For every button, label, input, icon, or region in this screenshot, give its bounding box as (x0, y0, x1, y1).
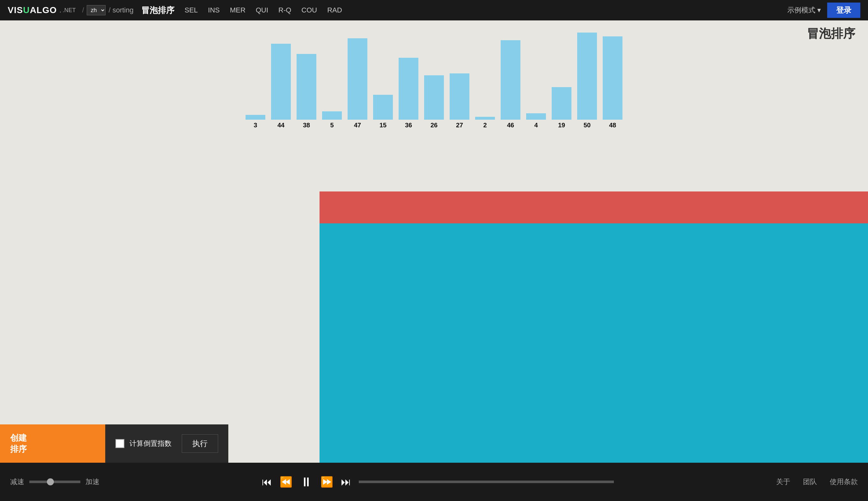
bar-value-label: 38 (303, 121, 310, 129)
bar-group: 38 (294, 54, 319, 129)
bar-value-label: 50 (584, 121, 591, 129)
bar (271, 44, 291, 120)
progress-bar[interactable] (359, 481, 614, 483)
footer-links: 关于 团队 使用条款 (776, 477, 858, 487)
step-back-button[interactable]: ⏪ (280, 476, 293, 488)
bar-value-label: 44 (277, 121, 284, 129)
skip-to-end-button[interactable]: ⏭ (341, 476, 351, 488)
nav-separator: / (82, 6, 84, 14)
bar (552, 87, 571, 120)
bar-group: 4 (523, 113, 549, 129)
nav-link-rad[interactable]: RAD (327, 6, 342, 14)
bar (424, 75, 444, 120)
bar-group: 48 (600, 36, 625, 129)
calc-inversion-area: 计算倒置指数 执行 (105, 424, 228, 463)
bar (322, 111, 342, 120)
bar-group: 50 (574, 33, 600, 129)
bar-group: 46 (498, 40, 523, 129)
bar (501, 40, 520, 120)
nav-net: .NET (63, 7, 76, 14)
code-block-red (319, 191, 868, 223)
footer-team[interactable]: 团队 (803, 477, 817, 487)
skip-to-start-button[interactable]: ⏮ (262, 476, 272, 488)
login-button[interactable]: 登录 (827, 2, 860, 18)
bar (245, 115, 265, 120)
chevron-down-icon: ▾ (817, 6, 821, 14)
bar (603, 36, 623, 120)
code-block-blue (319, 223, 868, 501)
bar (450, 73, 469, 120)
nav-link-ins[interactable]: INS (208, 6, 220, 14)
bar-value-label: 27 (456, 121, 463, 129)
bar-value-label: 36 (405, 121, 412, 129)
bar (399, 58, 418, 120)
bar-group: 15 (370, 95, 396, 129)
step-forward-button[interactable]: ⏩ (320, 476, 333, 488)
bar-group: 3 (243, 115, 268, 129)
navbar: VISUALGO . .NET / zh en / sorting 冒泡排序 S… (0, 0, 868, 20)
create-sort-button[interactable]: 创建 排序 (0, 424, 105, 463)
bar-group: 26 (421, 75, 447, 129)
bar-group: 19 (549, 87, 574, 129)
footer-terms[interactable]: 使用条款 (830, 477, 858, 487)
speed-slider[interactable] (29, 481, 80, 483)
chart-area: 34438547153626272464195048 (0, 20, 868, 135)
speed-fast-label: 加速 (86, 477, 99, 487)
nav-link-rq[interactable]: R-Q (278, 6, 291, 14)
create-label: 创建 (10, 433, 27, 444)
bar (577, 33, 597, 120)
nav-page-title: 冒泡排序 (141, 5, 174, 16)
execute-button[interactable]: 执行 (182, 434, 218, 453)
speed-slow-label: 减速 (10, 477, 24, 487)
bar (475, 117, 495, 120)
bar-group: 44 (268, 44, 294, 129)
speed-section: 减速 加速 (10, 477, 99, 487)
nav-link-cou[interactable]: COU (301, 6, 317, 14)
calc-inversion-label: 计算倒置指数 (130, 439, 172, 448)
bar-group: 5 (319, 111, 345, 129)
code-panel (319, 191, 868, 501)
algo-title: 冒泡排序 (807, 25, 855, 42)
bar-value-label: 3 (253, 121, 257, 129)
nav-link-qui[interactable]: QUI (256, 6, 268, 14)
bar-value-label: 5 (330, 121, 333, 129)
language-selector[interactable]: zh en (87, 5, 106, 15)
nav-dot: . (59, 6, 61, 14)
bar (373, 95, 393, 120)
calc-inversion-checkbox[interactable] (116, 439, 124, 448)
bottom-bar: 减速 加速 ⏮ ⏪ ⏸ ⏩ ⏭ 关于 团队 使用条款 (0, 463, 868, 501)
bar (526, 113, 546, 120)
nav-links: SEL INS MER QUI R-Q COU RAD (185, 6, 787, 14)
nav-right: 示例模式 ▾ 登录 (787, 2, 860, 18)
example-mode-button[interactable]: 示例模式 ▾ (787, 6, 821, 15)
bar (297, 54, 316, 120)
nav-sorting: sorting (112, 6, 134, 14)
bar-value-label: 26 (430, 121, 438, 129)
nav-logo: VISUALGO (8, 5, 57, 15)
bar (348, 38, 367, 120)
bar-value-label: 48 (609, 121, 616, 129)
playback-section: ⏮ ⏪ ⏸ ⏩ ⏭ (106, 475, 770, 489)
sort-label: 排序 (10, 444, 27, 455)
nav-link-mer[interactable]: MER (230, 6, 245, 14)
bar-value-label: 46 (507, 121, 514, 129)
bar-value-label: 2 (483, 121, 487, 129)
footer-about[interactable]: 关于 (776, 477, 790, 487)
play-pause-button[interactable]: ⏸ (300, 475, 313, 489)
bar-group: 47 (345, 38, 370, 129)
nav-slash: / (109, 6, 111, 14)
nav-link-sel[interactable]: SEL (185, 6, 198, 14)
bar-value-label: 4 (534, 121, 538, 129)
bar-group: 2 (472, 117, 498, 129)
bar-value-label: 19 (558, 121, 565, 129)
bar-value-label: 15 (380, 121, 386, 129)
bar-group: 27 (447, 73, 472, 129)
bar-group: 36 (396, 58, 421, 129)
bar-value-label: 47 (354, 121, 361, 129)
